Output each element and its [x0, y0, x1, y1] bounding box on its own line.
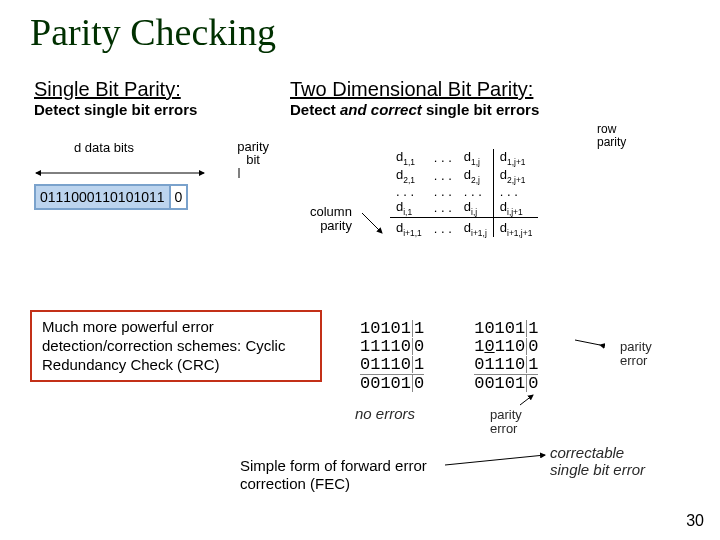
fec-caption: Simple form of forward error correction … [240, 457, 440, 493]
svg-line-5 [445, 455, 545, 465]
svg-line-4 [520, 395, 533, 405]
svg-line-3 [575, 340, 600, 345]
slide-number: 30 [686, 512, 704, 530]
